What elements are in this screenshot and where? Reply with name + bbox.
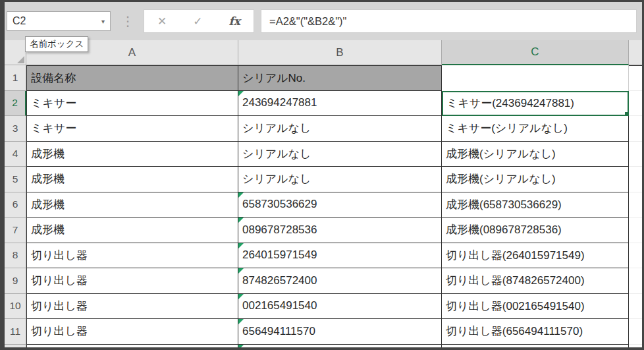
cell-B6[interactable]: 658730536629 [238,192,442,218]
cell-D11-partial[interactable] [629,319,642,345]
name-box[interactable]: C2 ▾ [7,11,111,31]
row-header-9[interactable]: 9 [5,268,26,294]
cell-A1[interactable]: 設備名称 [26,65,238,91]
cell-C10[interactable]: 切り出し器(002165491540) [442,294,629,320]
cell-A11[interactable]: 切り出し器 [26,319,238,345]
cell-B11[interactable]: 656494111570 [238,319,442,345]
table-row: 11切り出し器656494111570切り出し器(656494111570) [5,319,642,345]
table-row: 6成形機658730536629成形機(658730536629) [5,192,642,218]
cell-B12-partial[interactable] [238,345,442,349]
row-header-4[interactable]: 4 [5,142,26,167]
row-header-11[interactable]: 11 [5,319,26,345]
cell-C3[interactable]: ミキサー(シリアルなし) [442,116,629,142]
cell-D3-partial[interactable] [629,116,642,142]
row-12-partial [5,345,642,349]
name-box-value: C2 [13,15,26,27]
row-header-8[interactable]: 8 [5,243,26,269]
cell-B10[interactable]: 002165491540 [238,294,442,320]
cell-A6[interactable]: 成形機 [26,192,238,218]
row-header-6[interactable]: 6 [5,192,26,218]
table-row: 3ミキサーシリアルなしミキサー(シリアルなし) [5,116,642,142]
cell-C6[interactable]: 成形機(658730536629) [442,192,629,218]
table-row: 5成形機シリアルなし成形機(シリアルなし) [5,167,642,192]
table-row: 4成形機シリアルなし成形機(シリアルなし) [5,142,642,167]
table-row: 1設備名称シリアルNo. [5,65,642,91]
cell-C1[interactable] [442,65,629,91]
row-header-12-partial[interactable] [5,345,26,349]
excel-window: C2 ▾ ⋮ ✕ ✓ fx =A2&"("&B2&")" 名前ボックス A B … [0,0,644,350]
cell-C2[interactable]: ミキサー(243694247881) [442,91,629,117]
cell-D8-partial[interactable] [629,243,642,269]
cell-B7[interactable]: 089678728536 [238,218,442,243]
cell-A3[interactable]: ミキサー [26,116,238,142]
chevron-down-icon[interactable]: ▾ [101,18,105,25]
formula-text: =A2&"("&B2&")" [269,15,346,28]
row-header-5[interactable]: 5 [5,167,26,192]
cell-B4[interactable]: シリアルなし [238,142,442,167]
cell-D9-partial[interactable] [629,268,642,294]
cell-B9[interactable]: 874826572400 [238,268,442,294]
cell-C7[interactable]: 成形機(089678728536) [442,218,629,243]
row-header-2[interactable]: 2 [5,91,26,117]
cell-D10-partial[interactable] [629,294,642,320]
cell-D6-partial[interactable] [629,192,642,218]
cell-A7[interactable]: 成形機 [26,218,238,243]
toolbar-separator-icon: ⋮ [121,15,134,28]
cell-C8[interactable]: 切り出し器(264015971549) [442,243,629,269]
cell-D12-partial[interactable] [629,345,642,349]
cell-B5[interactable]: シリアルなし [238,167,442,192]
cell-C9[interactable]: 切り出し器(874826572400) [442,268,629,294]
cell-D1-partial[interactable] [629,65,642,91]
enter-icon[interactable]: ✓ [193,15,202,28]
formula-toolbar: C2 ▾ ⋮ ✕ ✓ fx =A2&"("&B2&")" [5,2,642,40]
cell-A4[interactable]: 成形機 [26,142,238,167]
cell-C12-partial[interactable] [442,345,629,349]
cell-B1[interactable]: シリアルNo. [238,65,442,91]
cell-C4[interactable]: 成形機(シリアルなし) [442,142,629,167]
cell-D4-partial[interactable] [629,142,642,167]
row-header-10[interactable]: 10 [5,294,26,320]
cell-B3[interactable]: シリアルなし [238,116,442,142]
name-box-tooltip: 名前ボックス [25,36,88,52]
table-row: 2ミキサー243694247881ミキサー(243694247881) [5,91,642,117]
row-header-1[interactable]: 1 [5,65,26,91]
column-header-b[interactable]: B [238,40,442,65]
table-row: 9切り出し器874826572400切り出し器(874826572400) [5,268,642,294]
column-header-d-partial[interactable] [629,40,642,65]
cell-C11[interactable]: 切り出し器(656494111570) [442,319,629,345]
formula-buttons: ✕ ✓ fx [144,9,254,33]
table-row: 10切り出し器002165491540切り出し器(002165491540) [5,294,642,320]
cancel-icon[interactable]: ✕ [157,15,167,28]
table-row: 7成形機089678728536成形機(089678728536) [5,218,642,243]
cell-D2-partial[interactable] [629,91,642,117]
column-header-c[interactable]: C [442,40,629,65]
cell-B2[interactable]: 243694247881 [238,91,442,117]
cell-A5[interactable]: 成形機 [26,167,238,192]
table-body: 1設備名称シリアルNo.2ミキサー243694247881ミキサー(243694… [5,65,642,345]
cell-A9[interactable]: 切り出し器 [26,268,238,294]
row-header-3[interactable]: 3 [5,116,26,142]
cell-A10[interactable]: 切り出し器 [26,294,238,320]
cell-D5-partial[interactable] [629,167,642,192]
cell-B8[interactable]: 264015971549 [238,243,442,269]
cell-A8[interactable]: 切り出し器 [26,243,238,269]
cell-D7-partial[interactable] [629,218,642,243]
row-header-7[interactable]: 7 [5,218,26,243]
worksheet-grid: A B C 1設備名称シリアルNo.2ミキサー243694247881ミキサー(… [5,40,642,347]
cell-A2[interactable]: ミキサー [26,91,238,117]
insert-function-icon[interactable]: fx [229,15,240,28]
select-all-triangle-icon [17,56,24,63]
column-header-row: A B C [5,40,642,65]
cell-C5[interactable]: 成形機(シリアルなし) [442,167,629,192]
select-all-button[interactable] [5,40,26,65]
cell-A12-partial[interactable] [26,345,238,349]
table-row: 8切り出し器264015971549切り出し器(264015971549) [5,243,642,269]
formula-bar[interactable]: =A2&"("&B2&")" [261,9,637,33]
